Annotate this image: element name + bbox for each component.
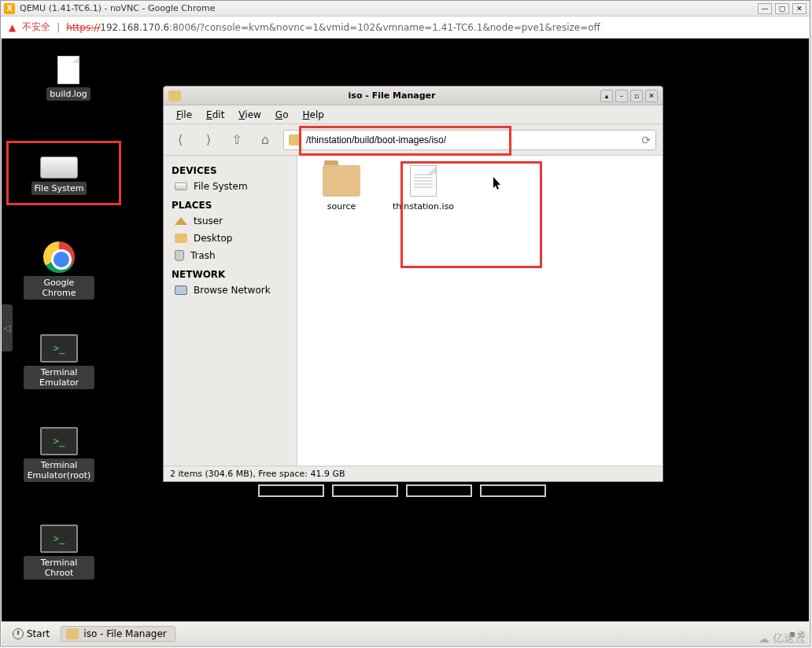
folder-icon <box>289 134 301 145</box>
hidden-task-segment <box>480 484 546 497</box>
sidebar-item-trash[interactable]: Trash <box>164 247 297 264</box>
sidebar-item-label: Desktop <box>194 233 233 244</box>
document-icon <box>57 56 79 84</box>
fm-minimize-button[interactable]: – <box>615 90 628 102</box>
sidebar-item-filesystem[interactable]: File System <box>164 178 297 195</box>
menu-edit[interactable]: Edit <box>200 108 231 122</box>
desktop-icon-label: build.log <box>46 87 90 101</box>
fm-maximize-button[interactable]: ▫ <box>630 90 643 102</box>
sidebar-item-label: tsuser <box>194 215 223 226</box>
desktop-icon-filesystem[interactable]: File System <box>24 149 94 195</box>
sidebar-item-desktop[interactable]: Desktop <box>164 230 297 247</box>
fm-toolbar: ⟨ ⟩ ⇧ ⌂ ⟳ <box>164 124 663 156</box>
fm-path-input[interactable]: ⟳ <box>283 130 656 150</box>
fm-body: DEVICES File System PLACES tsuser Deskto… <box>164 156 663 466</box>
menu-view[interactable]: View <box>232 108 267 122</box>
chrome-titlebar[interactable]: X QEMU (1.41-TC6.1) - noVNC - Google Chr… <box>1 1 810 17</box>
start-label: Start <box>27 628 50 639</box>
trash-icon <box>175 250 184 261</box>
fm-titlebar[interactable]: iso - File Manager ▴ – ▫ ✕ <box>164 87 663 105</box>
desktop-icon-label: Terminal Emulator(root) <box>24 458 94 482</box>
vnc-desktop[interactable]: ◁ build.log File System Google Chrome >_… <box>2 39 809 645</box>
desktop-icon-label: Terminal Emulator <box>24 366 94 389</box>
desktop-icon-label: File System <box>31 182 87 195</box>
fm-statusbar: 2 items (304.6 MB), Free space: 41.9 GB <box>164 466 663 481</box>
maximize-button[interactable]: ▢ <box>775 3 789 14</box>
folder-icon <box>175 234 187 243</box>
nav-home-button[interactable]: ⌂ <box>255 130 275 150</box>
chrome-icon <box>43 241 75 273</box>
terminal-icon: >_ <box>40 334 78 363</box>
desktop-icon-label: Google Chrome <box>24 276 94 300</box>
drive-icon <box>40 156 78 179</box>
desktop-icon-terminal[interactable]: >_ Terminal Emulator <box>24 334 94 389</box>
hidden-task-segment <box>406 484 472 497</box>
url-text[interactable]: https://192.168.170.6:8006/?console=kvm&… <box>66 22 600 33</box>
nav-forward-button[interactable]: ⟩ <box>198 130 219 150</box>
fm-status-text: 2 items (304.6 MB), Free space: 41.9 GB <box>170 469 345 479</box>
fm-content-area[interactable]: source thinstation.iso <box>297 156 663 466</box>
sidebar-item-network[interactable]: Browse Network <box>164 282 297 299</box>
chrome-window: X QEMU (1.41-TC6.1) - noVNC - Google Chr… <box>0 0 810 646</box>
sidebar-item-label: Trash <box>190 250 216 261</box>
app-icon: X <box>4 3 15 14</box>
desktop-icon-terminal-chroot[interactable]: >_ Terminal Chroot <box>24 525 94 580</box>
fm-up-button[interactable]: ▴ <box>600 90 613 102</box>
power-icon <box>13 628 24 639</box>
url-separator: | <box>57 22 60 33</box>
folder-icon <box>66 628 79 639</box>
folder-icon <box>323 165 360 197</box>
system-tray[interactable]: ▪ ⎚ <box>789 628 804 639</box>
hidden-task-segment <box>258 484 324 497</box>
fm-close-button[interactable]: ✕ <box>645 90 658 102</box>
chrome-title-text: QEMU (1.41-TC6.1) - noVNC - Google Chrom… <box>20 3 758 13</box>
desktop-icon-label: Terminal Chroot <box>24 556 94 580</box>
reload-icon[interactable]: ⟳ <box>641 134 651 146</box>
desktop-icon-buildlog[interactable]: build.log <box>33 56 104 101</box>
sidebar-item-label: Browse Network <box>194 285 271 296</box>
minimize-button[interactable]: — <box>758 3 772 14</box>
sidebar-item-label: File System <box>194 181 248 192</box>
sidebar-header-network: NETWORK <box>164 264 297 282</box>
start-button[interactable]: Start <box>6 627 56 641</box>
terminal-icon: >_ <box>40 427 78 455</box>
sidebar-header-devices: DEVICES <box>164 160 297 178</box>
novnc-handle[interactable]: ◁ <box>2 304 13 352</box>
file-icon <box>410 165 437 197</box>
tray-icon[interactable]: ▪ <box>789 628 795 639</box>
chrome-address-bar[interactable]: ▲ 不安全 | https://192.168.170.6:8006/?cons… <box>1 17 810 39</box>
drive-icon <box>175 182 187 190</box>
menu-go[interactable]: Go <box>269 108 295 122</box>
file-item-label: source <box>310 201 373 212</box>
fm-sidebar: DEVICES File System PLACES tsuser Deskto… <box>164 156 297 466</box>
desktop-icon-chrome[interactable]: Google Chrome <box>24 241 94 300</box>
file-manager-window[interactable]: iso - File Manager ▴ – ▫ ✕ File Edit Vie… <box>163 86 663 482</box>
close-button[interactable]: ✕ <box>792 3 806 14</box>
nav-back-button[interactable]: ⟨ <box>170 130 190 150</box>
network-icon <box>175 285 187 295</box>
taskbar-task-label: iso - File Manager <box>83 628 166 639</box>
menu-file[interactable]: File <box>170 108 198 122</box>
sidebar-header-places: PLACES <box>164 195 297 212</box>
hidden-task-segment <box>332 484 398 497</box>
folder-icon <box>168 90 181 101</box>
sidebar-item-home[interactable]: tsuser <box>164 212 297 230</box>
home-icon <box>175 217 187 225</box>
terminal-icon: >_ <box>40 525 78 553</box>
taskbar-task[interactable]: iso - File Manager <box>61 626 175 642</box>
nav-up-button[interactable]: ⇧ <box>227 130 247 150</box>
file-item-folder[interactable]: source <box>310 165 373 212</box>
file-item-label: thinstation.iso <box>392 201 455 212</box>
file-item-iso[interactable]: thinstation.iso <box>392 165 455 212</box>
menu-help[interactable]: Help <box>296 108 330 122</box>
warning-icon: ▲ <box>9 22 16 33</box>
fm-menubar: File Edit View Go Help <box>164 105 663 124</box>
fm-title: iso - File Manager <box>186 90 598 101</box>
insecure-label: 不安全 <box>22 20 50 34</box>
tray-icon[interactable]: ⎚ <box>799 628 804 639</box>
taskbar: Start iso - File Manager ▪ ⎚ <box>2 621 809 645</box>
fm-path-field[interactable] <box>306 134 637 145</box>
desktop-icon-terminal-root[interactable]: >_ Terminal Emulator(root) <box>24 427 94 482</box>
